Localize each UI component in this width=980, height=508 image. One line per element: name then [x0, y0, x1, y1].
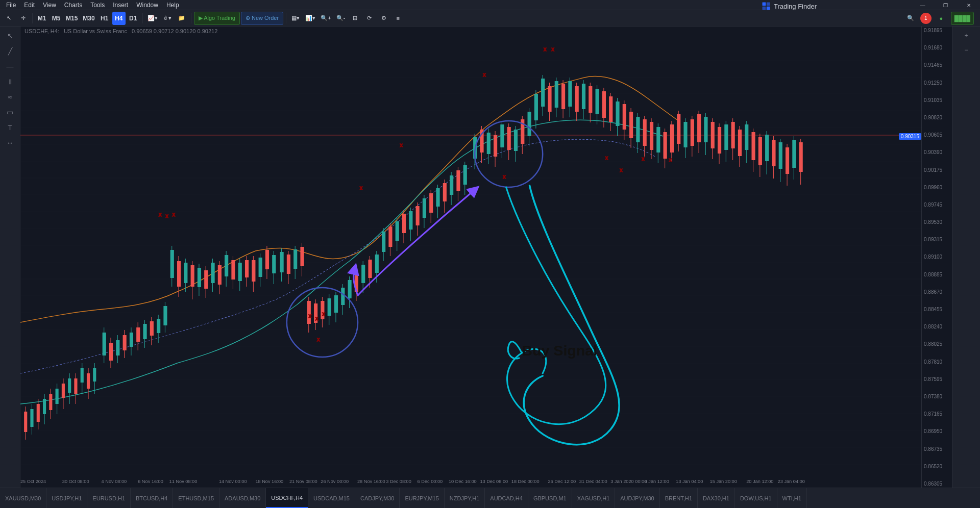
chart-style-btn[interactable]: 🕯▾	[161, 12, 174, 25]
account-btn[interactable]: ●	[935, 12, 948, 25]
chart-type-btn[interactable]: 📈▾	[145, 12, 160, 25]
chart-svg: x x x x x x x x x x x x x x x x x	[20, 27, 921, 488]
close-button[interactable]: ✕	[957, 0, 980, 10]
svg-text:18 Dec 00:00: 18 Dec 00:00	[511, 479, 540, 484]
properties-btn[interactable]: ⚙	[377, 12, 390, 25]
cursor-btn[interactable]: ↖	[3, 29, 18, 43]
more-btn[interactable]: ≡	[391, 12, 405, 25]
crosshair-tool[interactable]: ✛	[16, 12, 30, 25]
svg-rect-234	[711, 122, 715, 148]
zoom-out-btn[interactable]: 🔍-	[334, 12, 348, 25]
svg-text:6 Nov 16:00: 6 Nov 16:00	[138, 479, 163, 484]
svg-rect-68	[143, 324, 146, 339]
svg-rect-220	[664, 132, 667, 159]
price-level: 0.87165	[924, 411, 950, 417]
tab-audcad[interactable]: AUDCAD,H4	[485, 488, 528, 508]
tab-usdcad[interactable]: USDCAD,M15	[308, 488, 355, 508]
svg-rect-218	[656, 127, 660, 153]
zoom-in-btn[interactable]: 🔍+	[318, 12, 333, 25]
tf-d1[interactable]: D1	[127, 12, 140, 25]
svg-rect-176	[514, 130, 518, 151]
tab-usdchf[interactable]: USDCHF,H4	[266, 488, 308, 508]
tab-usdjpy[interactable]: USDJPY,H1	[46, 488, 87, 508]
minimize-button[interactable]: —	[911, 0, 934, 10]
price-level: 0.89100	[924, 254, 950, 260]
svg-rect-38	[43, 399, 46, 414]
trading-finder-logo: Trading Finder	[762, 1, 817, 11]
tab-gbpusd[interactable]: GBPUSD,M1	[528, 488, 572, 508]
svg-rect-204	[609, 96, 612, 122]
volume-btn[interactable]: ▦▾	[289, 12, 302, 25]
cursor-tool[interactable]: ↖	[2, 12, 15, 25]
tab-nzdjpy[interactable]: NZDJPY,H1	[445, 488, 485, 508]
svg-text:13 Jan 04:00: 13 Jan 04:00	[676, 479, 703, 484]
tf-h1[interactable]: H1	[98, 12, 111, 25]
svg-text:10 Dec 16:00: 10 Dec 16:00	[449, 479, 477, 484]
algo-trading-btn[interactable]: ▶ Algo Trading	[194, 12, 240, 25]
new-order-btn[interactable]: ⊕ New Order	[241, 12, 283, 25]
menu-edit[interactable]: Edit	[20, 0, 39, 10]
svg-rect-126	[341, 288, 345, 305]
svg-text:x: x	[642, 156, 645, 162]
hline-btn[interactable]: —	[3, 59, 18, 73]
svg-rect-170	[494, 135, 497, 157]
tf-m30[interactable]: M30	[81, 12, 96, 25]
tab-cadjpy[interactable]: CADJPY,M30	[355, 488, 400, 508]
svg-rect-116	[307, 301, 311, 324]
search-btn[interactable]: 🔍	[904, 12, 917, 25]
tab-dax30[interactable]: DAX30,H1	[698, 488, 735, 508]
tab-xauusd[interactable]: XAUUSD,M30	[0, 488, 46, 508]
indicators-btn[interactable]: 📊▾	[303, 12, 317, 25]
tab-btcusd[interactable]: BTCUSD,H4	[131, 488, 173, 508]
line-btn[interactable]: ╱	[3, 44, 18, 58]
menu-view[interactable]: View	[39, 0, 60, 10]
price-level: 0.90605	[924, 132, 950, 138]
tab-ethusd[interactable]: ETHUSD,M15	[173, 488, 219, 508]
shapes-btn[interactable]: ▭	[3, 105, 18, 119]
tab-eurjpy[interactable]: EURJPY,M15	[400, 488, 444, 508]
svg-rect-4	[20, 27, 921, 488]
right-zoom-in[interactable]: +	[959, 29, 974, 43]
tab-adausd[interactable]: ADAUSD,M30	[219, 488, 266, 508]
maximize-button[interactable]: ❐	[934, 0, 957, 10]
tab-wti[interactable]: WTI,H1	[777, 488, 807, 508]
menu-help[interactable]: Help	[162, 0, 183, 10]
window-controls: — ❐ ✕	[911, 0, 980, 10]
tab-brent[interactable]: BRENT,H1	[660, 488, 698, 508]
tf-m1[interactable]: M1	[35, 12, 48, 25]
tf-h4[interactable]: H4	[112, 12, 126, 25]
svg-rect-110	[287, 255, 290, 274]
menu-file[interactable]: File	[2, 0, 20, 10]
right-zoom-out[interactable]: −	[959, 43, 974, 57]
svg-text:23 Jan 04:00: 23 Jan 04:00	[778, 479, 805, 484]
template-btn[interactable]: 📁	[175, 12, 188, 25]
notification-badge[interactable]: 1	[920, 13, 932, 24]
price-level: 0.88240	[924, 324, 950, 329]
connect-btn[interactable]: ████	[951, 12, 974, 25]
svg-rect-92	[225, 255, 228, 276]
svg-rect-100	[252, 260, 255, 282]
tab-eurusd[interactable]: EURUSD,H1	[87, 488, 131, 508]
tab-audjpy[interactable]: AUDJPY,M30	[615, 488, 659, 508]
svg-text:26 Dec 12:00: 26 Dec 12:00	[548, 479, 576, 484]
tf-m15[interactable]: M15	[64, 12, 80, 25]
tab-dowus[interactable]: DOW,US,H1	[735, 488, 777, 508]
tab-xagusd[interactable]: XAGUSD,H1	[572, 488, 616, 508]
menu-tools[interactable]: Tools	[86, 0, 109, 10]
svg-rect-72	[157, 319, 160, 333]
measure-btn[interactable]: ↔	[3, 136, 18, 150]
menu-charts[interactable]: Charts	[60, 0, 86, 10]
auto-scroll-btn[interactable]: ⟳	[363, 12, 376, 25]
price-level: 0.88885	[924, 272, 950, 277]
svg-rect-124	[334, 295, 338, 313]
grid-btn[interactable]: ⊞	[349, 12, 362, 25]
svg-rect-200	[596, 89, 599, 114]
fibonacci-btn[interactable]: ≈	[3, 90, 18, 104]
tf-m5[interactable]: M5	[50, 12, 63, 25]
svg-rect-66	[136, 327, 140, 342]
menu-insert[interactable]: Insert	[109, 0, 132, 10]
chart-area[interactable]: x x x x x x x x x x x x x x x x x	[20, 27, 921, 488]
menu-window[interactable]: Window	[132, 0, 162, 10]
channel-btn[interactable]: ⫴	[3, 74, 18, 89]
text-btn[interactable]: T	[3, 120, 18, 135]
